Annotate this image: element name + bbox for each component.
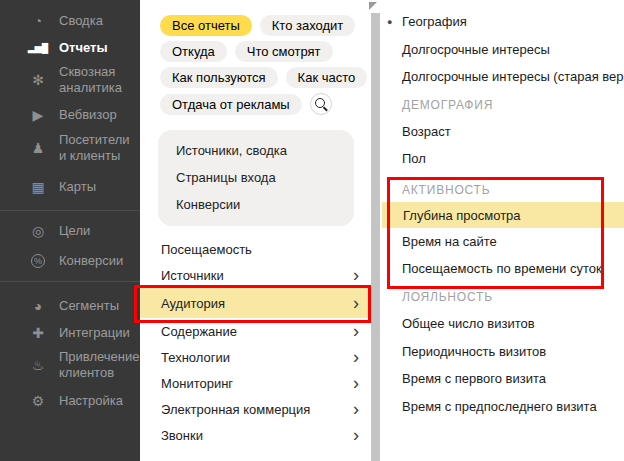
sidebar-item-visitors[interactable]: ♟ Посетители и клиенты [0, 132, 132, 164]
sidebar-item-label: Конверсии [59, 253, 123, 269]
sidebar-divider [0, 281, 140, 282]
filter-pill-row: Как пользуются Как часто [160, 67, 367, 88]
menu-item-sources[interactable]: Источники › [140, 262, 371, 288]
report-item-visit-frequency[interactable]: Периодичность визитов [381, 338, 624, 365]
menu-item-label: Аудитория [161, 296, 225, 311]
search-button[interactable] [310, 93, 332, 115]
report-item-time-on-site[interactable]: Время на сайте [381, 228, 624, 255]
scrollbar-top-arrow-icon [369, 2, 377, 10]
sidebar-item-summary[interactable]: ◔ Сводка [0, 13, 140, 29]
sidebar-item-webvisor[interactable]: ▶ Вебвизор [0, 107, 140, 123]
filter-pill-from-where[interactable]: Откуда [160, 41, 227, 62]
report-item-label: Долгосрочные интересы (старая версия) [402, 69, 624, 84]
chevron-right-icon: › [353, 294, 359, 312]
chevron-right-icon: › [353, 426, 359, 444]
bar-chart-icon: ▂▅█ [27, 40, 49, 56]
main-sidebar: ◔ Сводка ▂▅█ Отчеты ✻ Сквозная аналитика… [0, 0, 140, 461]
sidebar-item-label: Интеграции [59, 325, 130, 341]
menu-item-content[interactable]: Содержание › [140, 318, 371, 344]
filter-pill-row: Откуда Что смотрят [160, 41, 333, 62]
report-item-label: Посещаемость по времени суток [402, 261, 602, 276]
report-item-age[interactable]: Возраст [381, 118, 624, 145]
magnifier-icon [315, 98, 325, 108]
report-item-label: Периодичность визитов [402, 344, 546, 359]
menu-item-ecommerce[interactable]: Электронная коммерция › [140, 396, 371, 422]
menu-item-label: Содержание [161, 324, 237, 339]
sidebar-item-goals[interactable]: ◎ Цели [0, 223, 140, 239]
sidebar-item-label: Вебвизор [59, 107, 117, 123]
quick-link-conversions[interactable]: Конверсии [158, 191, 354, 218]
sidebar-item-label: Отчеты [59, 40, 108, 56]
filter-pill-row: Отдача от рекламы [160, 93, 332, 115]
menu-item-traffic[interactable]: Посещаемость [140, 236, 371, 262]
section-header-demography: ДЕМОГРАФИЯ [381, 91, 624, 118]
report-item-label: Пол [402, 151, 426, 166]
report-item-label: Долгосрочные интересы [402, 42, 550, 57]
chevron-right-icon: › [353, 374, 359, 392]
sidebar-item-label: Сегменты [59, 298, 119, 314]
report-item-gender[interactable]: Пол [381, 145, 624, 172]
quick-links-card: Источники, сводка Страницы входа Конверс… [158, 130, 354, 226]
person-icon: ♟ [27, 140, 49, 156]
chevron-right-icon: › [353, 322, 359, 340]
yandex-metrica-reports-page: ◔ Сводка ▂▅█ Отчеты ✻ Сквозная аналитика… [0, 0, 624, 461]
gauge-icon: ◔ [27, 13, 49, 29]
menu-item-calls[interactable]: Звонки › [140, 422, 371, 448]
sidebar-item-reports[interactable]: ▂▅█ Отчеты [0, 40, 140, 56]
report-item-label: Время с первого визита [402, 371, 546, 386]
filter-pill-how-they-use[interactable]: Как пользуются [160, 67, 278, 88]
menu-item-technology[interactable]: Технологии › [140, 344, 371, 370]
map-icon: ▦ [27, 179, 49, 195]
section-header-label: ДЕМОГРАФИЯ [402, 98, 493, 112]
report-item-view-depth[interactable]: Глубина просмотра [382, 202, 624, 228]
bullet-icon: ● [387, 17, 392, 27]
report-item-long-term-interests[interactable]: Долгосрочные интересы [381, 36, 624, 63]
filter-pill-ad-return[interactable]: Отдача от рекламы [160, 94, 302, 115]
sidebar-item-segments[interactable]: ◕ Сегменты [0, 298, 140, 314]
sidebar-item-conversions[interactable]: % Конверсии [0, 253, 140, 269]
sidebar-item-maps[interactable]: ▦ Карты [0, 179, 140, 195]
vertical-scrollbar[interactable] [371, 13, 380, 461]
sidebar-item-label: Карты [59, 179, 96, 195]
sidebar-item-client-acquisition[interactable]: ♨ Привлечение клиентов [0, 349, 132, 381]
report-item-label: Глубина просмотра [403, 208, 521, 223]
puzzle-icon: ✚ [27, 325, 49, 341]
menu-item-monitoring[interactable]: Мониторинг › [140, 370, 371, 396]
report-item-traffic-by-time-of-day[interactable]: Посещаемость по времени суток [381, 255, 624, 282]
sidebar-item-cross-analytics[interactable]: ✻ Сквозная аналитика [0, 64, 132, 96]
section-header-label: АКТИВНОСТЬ [402, 183, 490, 197]
filter-pill-what-they-view[interactable]: Что смотрят [235, 41, 333, 62]
sidebar-item-settings[interactable]: ⚙ Настройка [0, 393, 140, 409]
menu-item-label: Технологии [161, 350, 230, 365]
report-item-time-since-first-visit[interactable]: Время с первого визита [381, 365, 624, 392]
report-item-label: Общее число визитов [402, 316, 535, 331]
audience-reports-panel: ● География Долгосрочные интересы Долгос… [381, 0, 624, 461]
chevron-right-icon: › [353, 348, 359, 366]
menu-item-audience[interactable]: Аудитория › [140, 288, 371, 318]
report-item-geography[interactable]: ● География [381, 8, 624, 35]
target-icon: ◎ [27, 223, 49, 239]
report-category-menu: Посещаемость Источники › Аудитория › Сод… [140, 236, 371, 448]
sidebar-item-label: Посетители и клиенты [59, 132, 132, 164]
report-item-long-term-interests-old[interactable]: Долгосрочные интересы (старая версия) [381, 63, 624, 90]
sidebar-divider [0, 210, 140, 211]
report-item-total-visits[interactable]: Общее число визитов [381, 310, 624, 337]
pie-icon: ◕ [27, 298, 49, 314]
sidebar-item-label: Настройка [59, 393, 123, 409]
menu-item-label: Звонки [161, 428, 203, 443]
menu-item-label: Мониторинг [161, 376, 233, 391]
quick-link-entry-pages[interactable]: Страницы входа [158, 164, 354, 191]
play-icon: ▶ [27, 107, 49, 123]
quick-link-sources-summary[interactable]: Источники, сводка [158, 137, 354, 164]
report-item-time-since-penultimate-visit[interactable]: Время с предпоследнего визита [381, 393, 624, 420]
filter-pill-how-often[interactable]: Как часто [286, 67, 368, 88]
filter-pill-who-visits[interactable]: Кто заходит [260, 15, 356, 36]
gear-icon: ⚙ [27, 393, 49, 409]
percent-icon: % [31, 254, 45, 268]
filter-pill-all-reports[interactable]: Все отчеты [160, 15, 252, 36]
flame-icon: ♨ [27, 357, 49, 373]
report-item-label: Возраст [402, 124, 451, 139]
sidebar-item-integrations[interactable]: ✚ Интеграции [0, 325, 140, 341]
chevron-right-icon: › [353, 266, 359, 284]
menu-item-label: Электронная коммерция [161, 402, 310, 417]
